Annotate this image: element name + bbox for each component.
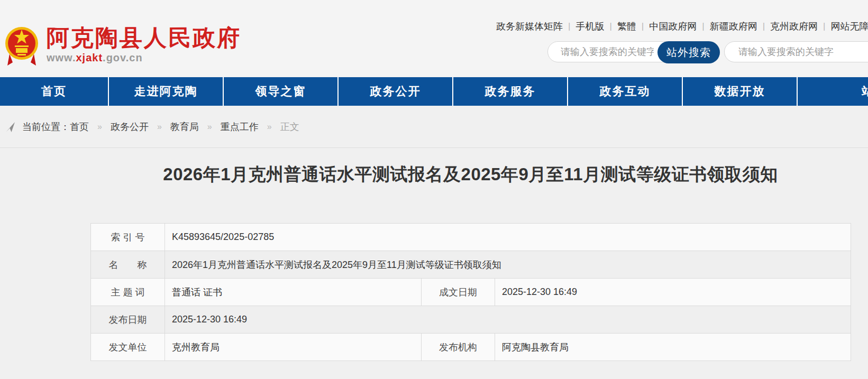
breadcrumb-education-bureau[interactable]: 教育局 (170, 121, 199, 133)
top-link-xinjiang-gov[interactable]: 新疆政府网 (710, 20, 757, 33)
top-link-media-matrix[interactable]: 政务新媒体矩阵 (496, 20, 563, 33)
nav-item-gov-info[interactable]: 政务公开 (337, 77, 452, 106)
publish-date-value: 2025-12-30 16:49 (165, 306, 851, 334)
doc-name-label: 名 称 (91, 251, 165, 279)
breadcrumb-prefix: 当前位置： (22, 121, 70, 133)
nav-item-open-data[interactable]: 数据开放 (682, 77, 797, 106)
link-separator: | (568, 21, 570, 32)
breadcrumb-separator: » (97, 122, 102, 132)
table-row: 索 引 号 K45893645/2025-02785 (91, 224, 851, 251)
nav-item-gov-services[interactable]: 政务服务 (452, 77, 567, 106)
breadcrumb-separator: » (157, 122, 162, 132)
secondary-search-box (724, 41, 868, 62)
link-separator: | (642, 21, 644, 32)
subject-words-value: 普通话 证书 (165, 279, 422, 306)
top-link-mobile[interactable]: 手机版 (575, 20, 604, 33)
breadcrumb: 当前位置： 首页 » 政务公开 » 教育局 » 重点工作 » 正文 (0, 106, 868, 148)
site-search-box: 站外搜索 (547, 41, 720, 62)
index-number-label: 索 引 号 (91, 224, 165, 251)
link-separator: | (823, 21, 825, 32)
link-separator: | (609, 21, 611, 32)
table-row: 发布日期 2025-12-30 16:49 (91, 306, 851, 334)
search-area: 站外搜索 (547, 41, 868, 62)
breadcrumb-separator: » (267, 122, 272, 132)
site-logo[interactable]: 阿克陶县人民政府 www.xjakt.gov.cn (4, 21, 241, 71)
issuing-unit-value: 克州教育局 (165, 334, 422, 361)
publish-org-value: 阿克陶县教育局 (495, 334, 851, 361)
link-separator: | (763, 21, 765, 32)
top-link-china-gov[interactable]: 中国政府网 (649, 20, 697, 33)
table-row: 主 题 词 普通话 证书 成文日期 2025-12-30 16:49 (91, 279, 851, 306)
link-separator: | (702, 21, 704, 32)
location-arrow-icon (5, 121, 16, 133)
nav-item-site-group[interactable]: 站群导航 (797, 77, 868, 106)
publish-date-label: 发布日期 (91, 306, 165, 334)
table-row: 名 称 2026年1月克州普通话水平测试报名及2025年9月至11月测试等级证书… (91, 251, 851, 279)
index-number-value: K45893645/2025-02785 (165, 224, 851, 251)
national-emblem-icon (4, 21, 39, 71)
offsite-search-button[interactable]: 站外搜索 (657, 41, 720, 63)
search-input[interactable] (548, 42, 654, 62)
page-title: 2026年1月克州普通话水平测试报名及2025年9月至11月测试等级证书领取须知 (90, 163, 851, 186)
breadcrumb-home[interactable]: 首页 (70, 121, 89, 133)
site-url: www.xjakt.gov.cn (47, 52, 241, 64)
nav-item-gov-interaction[interactable]: 政务互动 (567, 77, 682, 106)
article-area: 2026年1月克州普通话水平测试报名及2025年9月至11月测试等级证书领取须知… (90, 148, 851, 361)
breadcrumb-current: 正文 (280, 121, 299, 133)
site-name: 阿克陶县人民政府 (47, 25, 241, 50)
top-link-accessibility[interactable]: 网站无障碍 (831, 20, 868, 33)
doc-name-value: 2026年1月克州普通话水平测试报名及2025年9月至11月测试等级证书领取须知 (165, 251, 851, 279)
subject-words-label: 主 题 词 (91, 279, 165, 306)
table-row: 发文单位 克州教育局 发布机构 阿克陶县教育局 (91, 334, 851, 361)
issuing-unit-label: 发文单位 (91, 334, 165, 361)
written-date-value: 2025-12-30 16:49 (495, 279, 851, 306)
nav-item-home[interactable]: 首页 (0, 77, 108, 106)
info-table: 索 引 号 K45893645/2025-02785 名 称 2026年1月克州… (90, 223, 851, 361)
written-date-label: 成文日期 (422, 279, 495, 306)
publish-org-label: 发布机构 (422, 334, 495, 361)
site-header: 阿克陶县人民政府 www.xjakt.gov.cn 政务新媒体矩阵 | 手机版 … (0, 0, 868, 77)
secondary-search-input[interactable] (725, 42, 862, 62)
breadcrumb-key-work[interactable]: 重点工作 (221, 121, 259, 133)
main-nav: 首页 走进阿克陶 领导之窗 政务公开 政务服务 政务互动 数据开放 站群导航 (0, 77, 868, 106)
breadcrumb-gov-info[interactable]: 政务公开 (111, 121, 149, 133)
top-link-kezhou-gov[interactable]: 克州政府网 (770, 20, 818, 33)
nav-item-leadership[interactable]: 领导之窗 (223, 77, 337, 106)
nav-item-about-aketao[interactable]: 走进阿克陶 (108, 77, 223, 106)
top-link-traditional[interactable]: 繁體 (617, 20, 636, 33)
top-links-bar: 政务新媒体矩阵 | 手机版 | 繁體 | 中国政府网 | 新疆政府网 | 克州政… (496, 20, 868, 33)
government-portal-page: 阿克陶县人民政府 www.xjakt.gov.cn 政务新媒体矩阵 | 手机版 … (0, 0, 868, 379)
breadcrumb-separator: » (207, 122, 212, 132)
